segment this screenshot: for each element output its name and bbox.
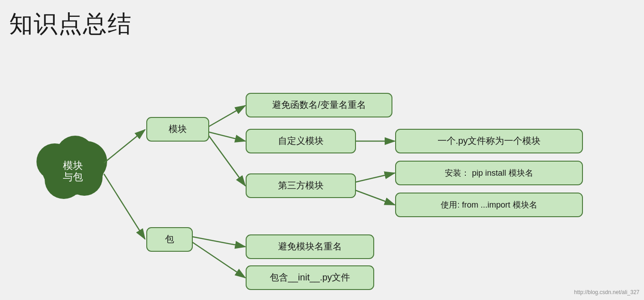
one-py-file-label: 一个.py文件称为一个模块 [438,136,541,146]
init-py-node: 包含__init__.py文件 [246,266,374,290]
page: 知识点总结 模块 与包 [0,0,644,300]
from-import-label: 使用: from ...import 模块名 [441,200,537,209]
third-party-label: 第三方模块 [278,180,324,190]
root-label: 模块 [63,160,83,171]
root-label2: 与包 [63,171,83,183]
avoid-rename-label: 避免函数名/变量名重名 [272,100,366,110]
one-py-file-node: 一个.py文件称为一个模块 [396,129,582,153]
svg-line-24 [192,237,245,247]
avoid-rename-node: 避免函数名/变量名重名 [246,93,392,117]
svg-line-14 [209,132,245,141]
from-import-node: 使用: from ...import 模块名 [396,193,582,217]
third-party-node: 第三方模块 [246,174,355,198]
custom-module-label: 自定义模块 [278,136,324,146]
svg-line-12 [209,106,245,127]
svg-line-20 [355,173,395,182]
avoid-module-rename-label: 避免模块名重名 [278,241,342,251]
svg-line-22 [355,190,395,205]
svg-line-26 [192,242,245,278]
init-py-label: 包含__init__.py文件 [270,272,350,283]
pip-install-label: 安装： pip install 模块名 [445,168,533,178]
module-node: 模块 [147,117,209,141]
svg-line-9 [104,174,145,239]
module-label: 模块 [169,124,187,134]
svg-line-8 [104,130,145,163]
watermark: http://blog.csdn.net/ali_327 [574,289,639,295]
mindmap-diagram: 模块 与包 模块 包 避免函数名/变量名重名 [0,50,644,296]
package-node: 包 [147,228,192,251]
custom-module-node: 自定义模块 [246,129,355,153]
page-title: 知识点总结 [9,8,132,40]
package-label: 包 [165,234,174,244]
svg-line-16 [209,136,245,186]
pip-install-node: 安装： pip install 模块名 [396,161,582,185]
avoid-module-rename-node: 避免模块名重名 [246,235,374,259]
root-node: 模块 与包 [36,136,107,199]
